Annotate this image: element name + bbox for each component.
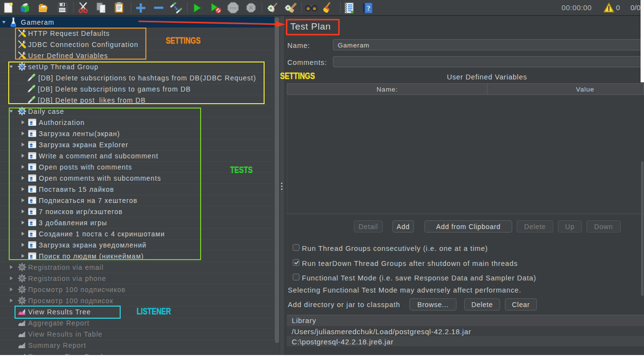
svg-text:?: ? bbox=[367, 4, 371, 12]
svg-text:STOP: STOP bbox=[229, 7, 237, 10]
